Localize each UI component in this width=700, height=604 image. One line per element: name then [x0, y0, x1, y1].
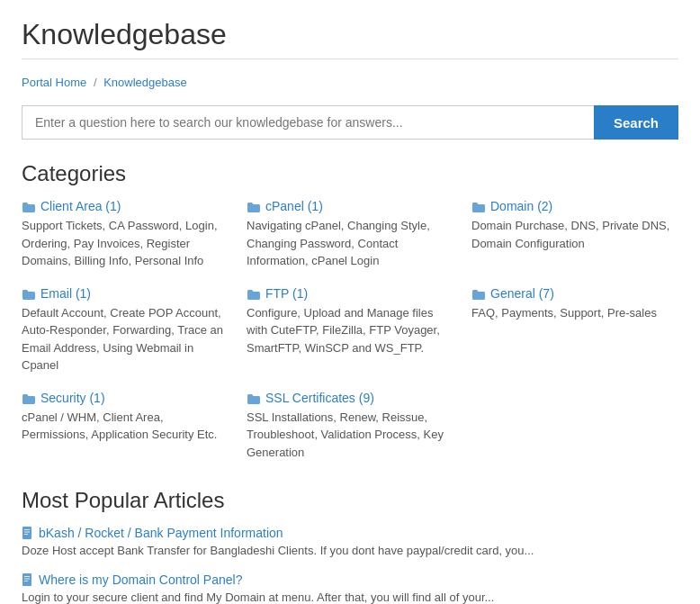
page-title: Knowledgebase — [22, 18, 678, 51]
category-link[interactable]: FTP (1) — [247, 286, 453, 301]
category-desc: Default Account, Create POP Account, Aut… — [22, 304, 229, 374]
article-item: Where is my Domain Control Panel? Login … — [22, 572, 678, 605]
category-link[interactable]: Email (1) — [22, 286, 229, 301]
category-desc: Navigating cPanel, Changing Style, Chang… — [247, 217, 453, 270]
folder-icon — [22, 201, 36, 212]
categories-heading: Categories — [22, 161, 678, 186]
search-input[interactable] — [22, 105, 594, 140]
category-link[interactable]: Domain (2) — [471, 199, 678, 213]
svg-rect-6 — [24, 578, 30, 579]
svg-rect-5 — [24, 576, 30, 577]
svg-rect-1 — [24, 529, 30, 530]
category-item: Client Area (1) Support Tickets, CA Pass… — [22, 199, 229, 270]
breadcrumb-home[interactable]: Portal Home — [22, 76, 86, 89]
category-link[interactable]: General (7) — [471, 286, 678, 301]
category-item: FTP (1) Configure, Upload and Manage fil… — [247, 286, 453, 374]
category-desc: FAQ, Payments, Support, Pre-sales — [471, 304, 678, 322]
folder-icon — [247, 201, 261, 212]
category-item: Security (1) cPanel / WHM, Client Area, … — [22, 391, 229, 462]
category-item: cPanel (1) Navigating cPanel, Changing S… — [247, 199, 453, 270]
document-icon — [22, 526, 34, 540]
folder-icon — [247, 288, 261, 299]
document-icon — [22, 572, 34, 587]
category-item: Email (1) Default Account, Create POP Ac… — [22, 286, 229, 374]
search-bar: Search — [22, 105, 678, 140]
category-desc: cPanel / WHM, Client Area, Permissions, … — [22, 409, 229, 444]
category-item: Domain (2) Domain Purchase, DNS, Private… — [471, 199, 678, 270]
category-item: SSL Certificates (9) SSL Installations, … — [247, 391, 453, 462]
svg-rect-3 — [24, 534, 28, 535]
category-link[interactable]: Security (1) — [22, 391, 229, 405]
article-desc: Doze Host accept Bank Transfer for Bangl… — [22, 542, 678, 560]
breadcrumb-current[interactable]: Knowledgebase — [103, 76, 187, 89]
svg-rect-7 — [24, 581, 28, 581]
svg-rect-2 — [24, 532, 30, 533]
category-desc: Domain Purchase, DNS, Private DNS, Domai… — [471, 217, 678, 252]
popular-articles-heading: Most Popular Articles — [22, 488, 678, 513]
folder-icon — [22, 392, 36, 403]
category-desc: Support Tickets, CA Password, Login, Ord… — [22, 217, 229, 270]
categories-grid: Client Area (1) Support Tickets, CA Pass… — [22, 199, 678, 461]
category-desc: Configure, Upload and Manage files with … — [247, 304, 453, 357]
article-link[interactable]: bKash / Rocket / Bank Payment Informatio… — [22, 526, 678, 540]
category-link[interactable]: SSL Certificates (9) — [247, 391, 453, 405]
category-desc: SSL Installations, Renew, Reissue, Troub… — [247, 409, 453, 462]
folder-icon — [471, 201, 486, 212]
search-button[interactable]: Search — [594, 105, 678, 140]
breadcrumb: Portal Home / Knowledgebase — [22, 76, 678, 89]
popular-articles: bKash / Rocket / Bank Payment Informatio… — [22, 526, 678, 604]
article-item: bKash / Rocket / Bank Payment Informatio… — [22, 526, 678, 560]
svg-rect-0 — [22, 527, 31, 539]
category-item: General (7) FAQ, Payments, Support, Pre-… — [471, 286, 678, 374]
folder-icon — [22, 288, 36, 299]
category-link[interactable]: Client Area (1) — [22, 199, 229, 213]
category-link[interactable]: cPanel (1) — [247, 199, 453, 213]
breadcrumb-separator: / — [94, 76, 97, 89]
article-link[interactable]: Where is my Domain Control Panel? — [22, 572, 678, 587]
folder-icon — [471, 288, 486, 299]
article-desc: Login to your secure client and find My … — [22, 589, 678, 605]
svg-rect-4 — [22, 573, 31, 586]
folder-icon — [247, 392, 261, 403]
